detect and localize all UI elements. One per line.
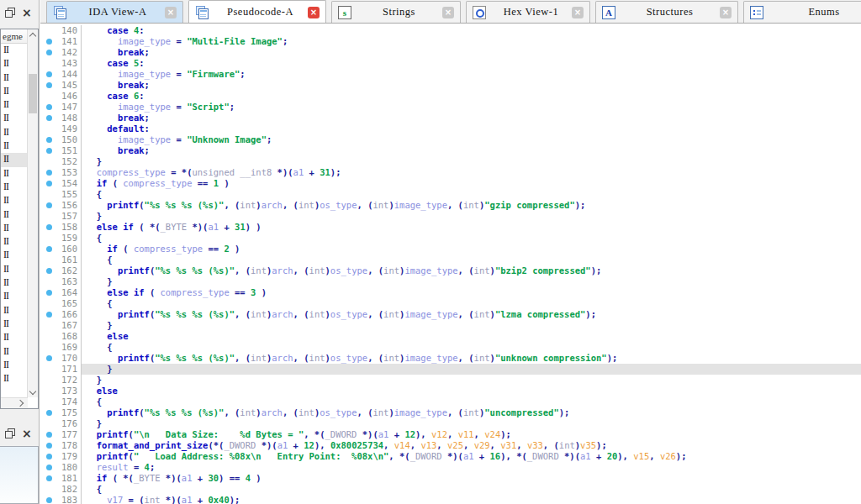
code-line[interactable]: 178 format_and_print_size(*(_DWORD *)(a1… <box>40 440 861 451</box>
code-line[interactable]: 167 } <box>40 320 861 331</box>
scrollbar-thumb[interactable] <box>29 74 37 113</box>
segment-list-item[interactable]: II <box>1 181 28 194</box>
gutter-cell <box>40 47 55 58</box>
code-line[interactable]: 169 { <box>40 342 861 353</box>
segment-list-item[interactable]: II <box>1 249 28 262</box>
tab-structures[interactable]: AStructures× <box>595 1 738 23</box>
tab-close-icon[interactable]: × <box>442 7 454 18</box>
segment-list-item[interactable]: II <box>1 304 28 318</box>
code-line[interactable]: 180 result = 4; <box>40 462 861 473</box>
segment-list-item[interactable]: II <box>1 98 28 112</box>
code-line[interactable]: 152 } <box>40 156 861 167</box>
float-window-icon[interactable] <box>5 8 16 18</box>
line-number: 177 <box>55 429 81 440</box>
segment-list-item[interactable]: II <box>1 235 28 249</box>
segment-list-item[interactable]: II <box>1 57 28 71</box>
segment-list-item[interactable]: II <box>1 331 28 344</box>
horizontal-scrollbar[interactable] <box>1 397 28 408</box>
code-text: v17 = (int *)(a1 + 0x40); <box>81 495 861 504</box>
tab-close-icon[interactable]: × <box>720 7 732 18</box>
segment-list-item[interactable]: II <box>1 153 28 166</box>
code-line[interactable]: 148 break; <box>40 113 861 123</box>
tab-close-icon[interactable]: × <box>572 7 584 18</box>
code-line[interactable]: 173 else <box>40 386 861 396</box>
tab-close-icon[interactable]: × <box>308 7 320 18</box>
tab-strings[interactable]: sStrings× <box>331 1 461 23</box>
close-panel-icon[interactable]: × <box>22 428 32 439</box>
code-line[interactable]: 149 default: <box>40 123 861 134</box>
code-line[interactable]: 181 if ( *(_BYTE *)(a1 + 30) == 4 ) <box>40 473 861 484</box>
code-line[interactable]: 140 case 4: <box>40 25 861 36</box>
code-line[interactable]: 142 break; <box>40 47 861 58</box>
segment-list-item[interactable]: II <box>1 263 28 276</box>
segment-list-item[interactable]: II <box>1 85 28 98</box>
code-line[interactable]: 165 { <box>40 298 861 309</box>
list-column-header[interactable]: egme <box>1 29 28 44</box>
code-line[interactable]: 143 case 5: <box>40 58 861 69</box>
code-line[interactable]: 141 image_type = "Multi-File Image"; <box>40 36 861 47</box>
line-number: 171 <box>55 364 81 375</box>
code-line[interactable]: 170 printf("%s %s %s (%s)", (int)arch, (… <box>40 353 861 364</box>
code-text: } <box>81 211 861 222</box>
code-line[interactable]: 172 } <box>40 375 861 386</box>
code-line[interactable]: 159 { <box>40 233 861 244</box>
address-dot-icon <box>46 355 52 361</box>
segment-list-item[interactable]: II <box>1 222 28 235</box>
segment-list-item[interactable]: II <box>1 318 28 331</box>
segment-list-item[interactable]: II <box>1 112 28 125</box>
close-panel-icon[interactable]: × <box>22 7 32 18</box>
code-line[interactable]: 144 image_type = "Firmware"; <box>40 69 861 80</box>
segment-list-item[interactable]: II <box>1 44 28 57</box>
code-line[interactable]: 175 printf("%s %s %s (%s)", (int)arch, (… <box>40 407 861 418</box>
gutter-cell <box>40 145 55 156</box>
scroll-right-icon[interactable] <box>17 400 24 407</box>
scroll-down-icon[interactable] <box>28 387 38 397</box>
vertical-scrollbar[interactable] <box>27 29 38 397</box>
code-line[interactable]: 158 else if ( *(_BYTE *)(a1 + 31) ) <box>40 222 861 233</box>
float-window-icon[interactable] <box>5 428 16 438</box>
code-line[interactable]: 168 else <box>40 331 861 342</box>
segment-list-item[interactable]: II <box>1 372 28 386</box>
segment-list-item[interactable]: II <box>1 345 28 359</box>
code-line[interactable]: 153 compress_type = *(unsigned __int8 *)… <box>40 167 861 178</box>
tab-close-icon[interactable]: × <box>165 7 177 18</box>
segment-list-item[interactable]: II <box>1 208 28 222</box>
code-line[interactable]: 163 } <box>40 276 861 287</box>
code-line[interactable]: 146 case 6: <box>40 91 861 102</box>
tab-hex-view-1[interactable]: Hex View-1× <box>466 1 590 23</box>
segment-list-item[interactable]: II <box>1 139 28 153</box>
code-line[interactable]: 164 else if ( compress_type == 3 ) <box>40 287 861 298</box>
code-line[interactable]: 160 if ( compress_type == 2 ) <box>40 244 861 255</box>
segment-list-item[interactable]: II <box>1 126 28 139</box>
segment-list-item[interactable]: II <box>1 276 28 290</box>
code-line[interactable]: 151 break; <box>40 145 861 156</box>
code-line[interactable]: 176 } <box>40 418 861 429</box>
segment-list-item[interactable]: II <box>1 194 28 207</box>
code-line[interactable]: 162 printf("%s %s %s (%s)", (int)arch, (… <box>40 265 861 276</box>
code-line[interactable]: 156 printf("%s %s %s (%s)", (int)arch, (… <box>40 200 861 211</box>
code-line[interactable]: 161 { <box>40 255 861 265</box>
code-line[interactable]: 183 v17 = (int *)(a1 + 0x40); <box>40 495 861 504</box>
tab-pseudocode-a[interactable]: Pseudocode-A× <box>188 0 326 24</box>
tab-ida-view-a[interactable]: IDA View-A× <box>46 1 183 23</box>
code-line[interactable]: 150 image_type = "Unknown Image"; <box>40 134 861 145</box>
address-dot-icon <box>46 246 52 252</box>
code-line[interactable]: 182 { <box>40 484 861 495</box>
segment-list-item[interactable]: II <box>1 71 28 85</box>
code-line[interactable]: 154 if ( compress_type == 1 ) <box>40 178 861 189</box>
pseudocode-view[interactable]: 140 case 4:141 image_type = "Multi-File … <box>40 24 861 504</box>
code-line[interactable]: 155 { <box>40 189 861 200</box>
scroll-up-icon[interactable] <box>28 29 38 39</box>
code-line[interactable]: 177 printf("\n Data Size: %d Bytes = ", … <box>40 429 861 440</box>
segment-list-item[interactable]: II <box>1 359 28 372</box>
code-line[interactable]: 147 image_type = "Script"; <box>40 102 861 113</box>
tab-enums[interactable]: Enums× <box>743 1 861 23</box>
code-line[interactable]: 174 { <box>40 396 861 407</box>
segment-list-item[interactable]: II <box>1 167 28 181</box>
segment-list-item[interactable]: II <box>1 290 28 303</box>
code-line[interactable]: 179 printf(" Load Address: %08x\n Entry … <box>40 451 861 462</box>
code-line[interactable]: 157 } <box>40 211 861 222</box>
code-line[interactable]: 166 printf("%s %s %s (%s)", (int)arch, (… <box>40 309 861 320</box>
code-line[interactable]: 171 } <box>40 364 861 375</box>
code-line[interactable]: 145 break; <box>40 80 861 91</box>
